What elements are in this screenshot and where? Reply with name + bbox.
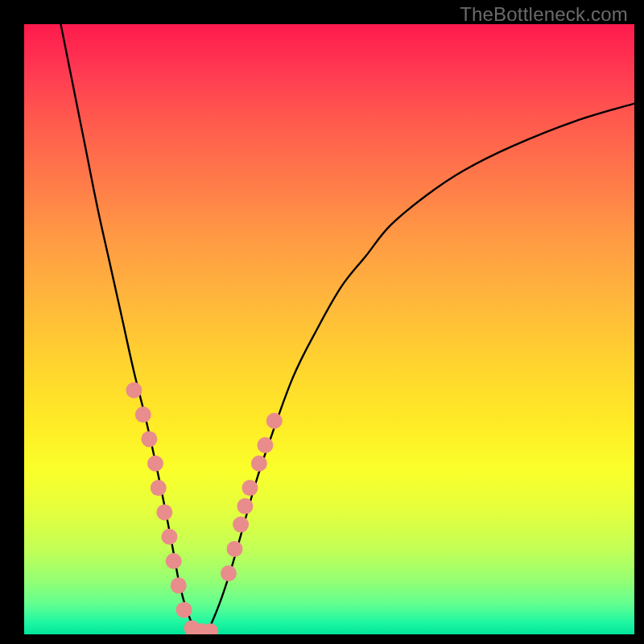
left-branch-dots-dot (151, 480, 167, 496)
watermark-text: TheBottleneck.com (460, 3, 628, 26)
right-branch-dots-dot (237, 498, 253, 514)
left-branch-dots-dot (141, 431, 157, 447)
right-branch-dots-dot (242, 480, 258, 496)
left-branch-dots-dot (176, 602, 192, 618)
right-branch-dots-dot (227, 541, 243, 557)
chart-frame: TheBottleneck.com (0, 0, 644, 644)
left-branch-dots-dot (147, 456, 163, 472)
bottleneck-curve (60, 24, 634, 634)
plot-area (24, 24, 634, 634)
left-branch-dots-dot (135, 407, 151, 423)
left-branch-dots-dot (166, 553, 182, 569)
right-branch-dots-dot (257, 437, 273, 453)
right-branch-dots-dot (233, 517, 249, 533)
left-branch-dots-dot (161, 529, 177, 545)
left-branch-dots-dot (156, 504, 172, 520)
left-branch-dots-dot (171, 577, 187, 593)
right-branch-dots-dot (266, 413, 283, 429)
left-branch-dots-dot (126, 382, 142, 398)
curve-layer (24, 24, 634, 634)
marker-dots (126, 382, 282, 634)
bottleneck-curve (60, 24, 634, 634)
right-branch-dots-dot (221, 565, 237, 581)
right-branch-dots-dot (251, 456, 267, 472)
